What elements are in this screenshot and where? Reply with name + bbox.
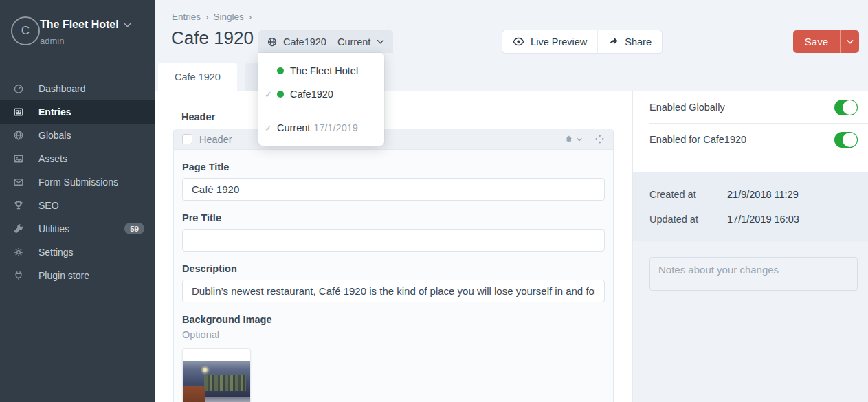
details-pane: Enabled Globally Enabled for Cafe1920 Cr… xyxy=(632,91,868,402)
pre-title-input[interactable] xyxy=(182,229,605,252)
plug-icon xyxy=(13,270,24,281)
sidebar-item-label: Plugin store xyxy=(38,270,89,281)
site-switcher[interactable]: The Fleet Hotel xyxy=(40,19,131,31)
sidebar-item-label: Assets xyxy=(38,153,67,164)
block-select-checkbox[interactable] xyxy=(182,134,192,144)
sidebar-item-dashboard[interactable]: Dashboard xyxy=(0,77,155,100)
status-green-dot xyxy=(277,67,284,74)
field-label: Page Title xyxy=(182,161,605,172)
thumb-decor xyxy=(183,386,205,402)
field-page-title: Page Title xyxy=(182,161,605,201)
sidebar-item-assets[interactable]: Assets xyxy=(0,147,155,170)
updated-at-row: Updated at 17/1/2019 16:03 xyxy=(649,214,852,225)
sidebar-nav: Dashboard Entries Globals Assets Form Su… xyxy=(0,77,155,287)
status-green-dot xyxy=(277,91,284,98)
save-button[interactable]: Save xyxy=(793,30,840,53)
share-arrow-icon xyxy=(608,37,619,46)
gear-icon xyxy=(13,247,24,258)
field-description: Description xyxy=(182,263,605,302)
move-handle-icon[interactable] xyxy=(594,134,605,144)
fields-pane: Header Header xyxy=(155,91,632,402)
enabled-for-site-toggle[interactable] xyxy=(834,132,858,148)
menu-item-label: Current xyxy=(277,122,310,133)
save-menu-button[interactable] xyxy=(840,30,859,53)
image-icon xyxy=(13,153,24,164)
toggle-knob xyxy=(843,100,857,115)
breadcrumb-singles[interactable]: Singles xyxy=(214,12,244,22)
sidebar-item-seo[interactable]: SEO xyxy=(0,194,155,217)
menu-divider xyxy=(258,111,384,111)
block-actions xyxy=(564,134,605,144)
meta-panel: Created at 21/9/2018 11:29 Updated at 17… xyxy=(633,172,868,241)
breadcrumb-entries[interactable]: Entries xyxy=(172,12,201,22)
revision-dropdown-button[interactable]: Cafe1920 – Current xyxy=(258,30,393,53)
live-preview-button[interactable]: Live Preview xyxy=(502,30,597,53)
matrix-block-titlebar: Header xyxy=(174,129,613,150)
enabled-globally-label: Enabled Globally xyxy=(649,102,725,113)
sidebar-item-globals[interactable]: Globals xyxy=(0,124,155,147)
enabled-globally-toggle[interactable] xyxy=(834,100,858,115)
block-title: Header xyxy=(199,134,232,145)
toggle-knob xyxy=(843,133,857,147)
asset-element[interactable] xyxy=(182,348,251,402)
site-logo-letter: C xyxy=(21,24,30,38)
check-icon: ✓ xyxy=(265,123,277,133)
share-label: Share xyxy=(625,36,652,47)
sidebar-item-entries[interactable]: Entries xyxy=(0,100,155,124)
check-icon: ✓ xyxy=(265,89,277,100)
matrix-field-label: Header xyxy=(181,111,632,122)
matrix-block-header: Header xyxy=(173,129,614,402)
sidebar-item-label: SEO xyxy=(38,200,59,211)
sidebar-item-utilities[interactable]: Utilities 59 xyxy=(0,217,155,241)
enabled-globally-row: Enabled Globally xyxy=(633,91,868,123)
asset-thumbnail xyxy=(183,361,250,402)
sidebar-item-form-submissions[interactable]: Form Submissions xyxy=(0,170,155,194)
utilities-badge: 59 xyxy=(124,223,144,234)
preview-share-group: Live Preview Share xyxy=(502,30,662,53)
sidebar-item-plugin-store[interactable]: Plugin store xyxy=(0,264,155,287)
gear-icon xyxy=(564,135,574,144)
version-notes-input[interactable] xyxy=(649,257,858,291)
menu-item-revision-current[interactable]: ✓ Current 17/1/2019 xyxy=(258,116,384,139)
wrench-icon xyxy=(13,223,24,234)
enabled-for-site-row: Enabled for Cafe1920 xyxy=(633,124,868,155)
menu-item-site-cafe1920[interactable]: ✓ Cafe1920 xyxy=(258,82,384,106)
page-title-input[interactable] xyxy=(182,178,605,201)
field-pre-title: Pre Title xyxy=(182,212,605,252)
breadcrumb-separator: › xyxy=(205,12,209,22)
chevron-down-icon xyxy=(577,137,582,142)
breadcrumb-separator: › xyxy=(249,12,252,22)
sidebar-item-label: Entries xyxy=(38,107,71,118)
newspaper-icon xyxy=(13,107,24,118)
sidebar-item-label: Settings xyxy=(38,247,74,258)
field-instructions: Optional xyxy=(182,329,605,340)
field-background-image: Background Image Optional xyxy=(182,314,605,402)
eye-icon xyxy=(513,37,524,46)
updated-at-label: Updated at xyxy=(649,214,727,225)
sidebar-item-label: Form Submissions xyxy=(38,177,118,188)
site-logo: C xyxy=(11,16,40,45)
enabled-for-site-label: Enabled for Cafe1920 xyxy=(649,134,746,145)
thumb-decor xyxy=(205,397,250,402)
share-button[interactable]: Share xyxy=(597,30,662,53)
trophy-icon xyxy=(13,200,24,211)
revision-date: 17/1/2019 xyxy=(313,122,358,133)
sidebar-item-label: Globals xyxy=(38,130,71,141)
description-input[interactable] xyxy=(182,280,605,302)
updated-at-value: 17/1/2019 16:03 xyxy=(727,214,799,225)
globe-icon xyxy=(267,37,277,47)
gauge-icon xyxy=(13,83,24,94)
tab-cafe-1920[interactable]: Cafe 1920 xyxy=(158,63,237,91)
matrix-block-body: Page Title Pre Title Description Backgro… xyxy=(174,161,613,402)
revision-menu: The Fleet Hotel ✓ Cafe1920 ✓ Current 17/… xyxy=(258,53,384,146)
menu-item-site-fleet-hotel[interactable]: The Fleet Hotel xyxy=(258,59,384,82)
created-at-label: Created at xyxy=(649,189,727,200)
menu-item-label: Cafe1920 xyxy=(290,89,333,100)
field-label: Description xyxy=(182,263,605,274)
chevron-down-icon xyxy=(377,39,384,44)
breadcrumb: Entries › Singles › xyxy=(172,12,252,22)
block-settings-button[interactable] xyxy=(564,135,582,144)
sidebar: C The Fleet Hotel admin Dashboard Entrie… xyxy=(0,0,155,402)
created-at-row: Created at 21/9/2018 11:29 xyxy=(649,189,852,200)
sidebar-item-settings[interactable]: Settings xyxy=(0,241,155,264)
